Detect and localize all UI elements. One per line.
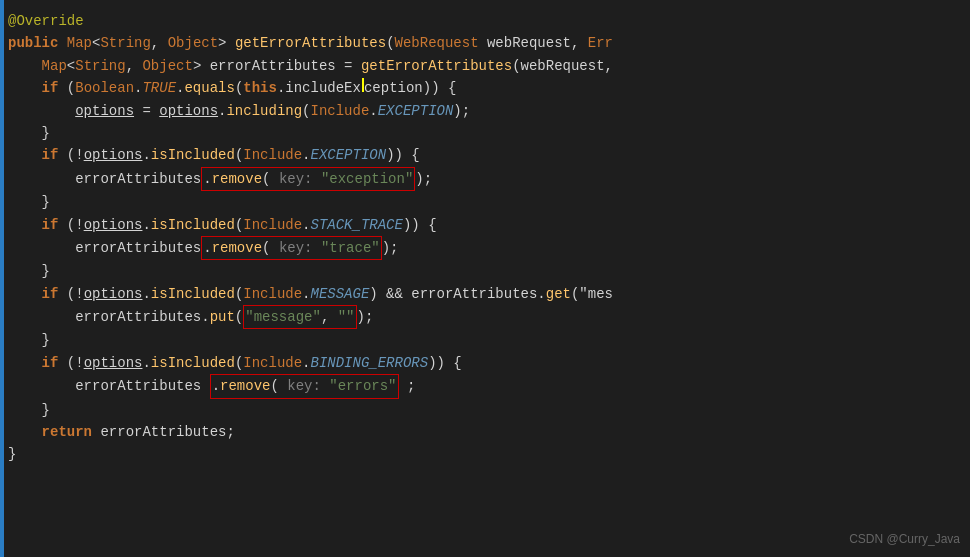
code-line-18: } xyxy=(0,399,970,421)
code-line-3: Map<String, Object> errorAttributes = ge… xyxy=(0,55,970,77)
code-line-14: errorAttributes.put("message", ""); xyxy=(0,305,970,329)
code-line-20: } xyxy=(0,443,970,465)
highlight-remove-trace: .remove( key: "trace" xyxy=(201,236,381,260)
method-getErrorAttributes: getErrorAttributes xyxy=(235,32,386,54)
type-map: Map xyxy=(67,32,92,54)
highlight-remove-errors: .remove( key: "errors" xyxy=(210,374,399,398)
code-line-13: if (!options.isIncluded(Include.MESSAGE)… xyxy=(0,283,970,305)
keyword-public: public xyxy=(8,32,67,54)
code-line-17: errorAttributes .remove( key: "errors" ; xyxy=(0,374,970,398)
code-line-16: if (!options.isIncluded(Include.BINDING_… xyxy=(0,352,970,374)
code-line-6: } xyxy=(0,122,970,144)
code-editor: @Override public Map<String, Object> get… xyxy=(0,0,970,557)
code-line-9: } xyxy=(0,191,970,213)
left-accent-bar xyxy=(0,0,4,557)
highlight-remove-exception: .remove( key: "exception" xyxy=(201,167,415,191)
watermark: CSDN @Curry_Java xyxy=(849,530,960,549)
highlight-put-message: "message", "" xyxy=(243,305,356,329)
code-line-19: return errorAttributes; xyxy=(0,421,970,443)
code-line-15: } xyxy=(0,329,970,351)
code-line-10: if (!options.isIncluded(Include.STACK_TR… xyxy=(0,214,970,236)
code-line-1: @Override xyxy=(0,10,970,32)
code-line-7: if (!options.isIncluded(Include.EXCEPTIO… xyxy=(0,144,970,166)
code-line-8: errorAttributes.remove( key: "exception"… xyxy=(0,167,970,191)
code-line-5: options = options.including(Include.EXCE… xyxy=(0,100,970,122)
code-line-2: public Map<String, Object> getErrorAttri… xyxy=(0,32,970,54)
annotation: @Override xyxy=(8,10,84,32)
code-line-4: if (Boolean.TRUE.equals(this.includeExce… xyxy=(0,77,970,99)
code-line-11: errorAttributes.remove( key: "trace"); xyxy=(0,236,970,260)
code-line-12: } xyxy=(0,260,970,282)
